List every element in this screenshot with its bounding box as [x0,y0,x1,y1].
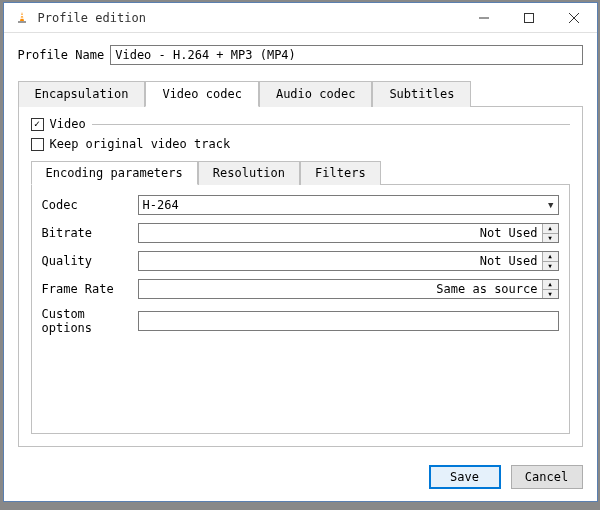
bitrate-row: Bitrate Not Used ▲ ▼ [42,223,559,243]
framerate-value: Same as source [139,282,542,296]
video-checkbox-row: ✓ Video [31,117,86,131]
encoding-parameters-panel: Codec H-264 ▼ Bitrate Not Used [31,185,570,434]
video-codec-panel: ✓ Video Keep original video track Encodi… [18,107,583,447]
framerate-spinner: ▲ ▼ [542,280,558,298]
tab-resolution[interactable]: Resolution [198,161,300,185]
keep-original-row: Keep original video track [31,137,570,151]
bitrate-up-button[interactable]: ▲ [543,224,558,234]
profile-name-row: Profile Name [18,45,583,65]
tab-encoding-parameters[interactable]: Encoding parameters [31,161,198,185]
framerate-row: Frame Rate Same as source ▲ ▼ [42,279,559,299]
codec-value: H-264 [143,198,549,212]
close-button[interactable] [552,3,597,32]
app-cone-icon [14,10,30,26]
tab-encapsulation[interactable]: Encapsulation [18,81,146,107]
keep-original-checkbox[interactable] [31,138,44,151]
svg-marker-0 [20,12,24,21]
maximize-button[interactable] [507,3,552,32]
video-checkbox-label: Video [50,117,86,131]
custom-options-input[interactable] [138,311,559,331]
save-button[interactable]: Save [429,465,501,489]
dialog-window: Profile edition Profile Name Encapsulati… [3,2,598,502]
window-controls [462,3,597,32]
bitrate-spinner: ▲ ▼ [542,224,558,242]
tab-audio-codec[interactable]: Audio codec [259,81,372,107]
dialog-footer: Save Cancel [4,455,597,501]
bitrate-spinbox[interactable]: Not Used ▲ ▼ [138,223,559,243]
svg-rect-3 [18,21,26,23]
window-title: Profile edition [38,11,462,25]
quality-spinner: ▲ ▼ [542,252,558,270]
tab-filters[interactable]: Filters [300,161,381,185]
quality-spinbox[interactable]: Not Used ▲ ▼ [138,251,559,271]
profile-name-label: Profile Name [18,48,105,62]
bitrate-value: Not Used [139,226,542,240]
fieldset-divider [92,124,570,125]
codec-select[interactable]: H-264 ▼ [138,195,559,215]
codec-row: Codec H-264 ▼ [42,195,559,215]
custom-options-row: Custom options [42,307,559,335]
svg-rect-5 [525,13,534,22]
quality-row: Quality Not Used ▲ ▼ [42,251,559,271]
video-checkbox[interactable]: ✓ [31,118,44,131]
content-area: Profile Name Encapsulation Video codec A… [4,33,597,455]
keep-original-label: Keep original video track [50,137,231,151]
profile-name-input[interactable] [110,45,582,65]
framerate-down-button[interactable]: ▼ [543,290,558,299]
framerate-up-button[interactable]: ▲ [543,280,558,290]
outer-tabs: Encapsulation Video codec Audio codec Su… [18,81,583,107]
titlebar: Profile edition [4,3,597,33]
svg-rect-1 [20,15,23,16]
codec-label: Codec [42,198,138,212]
cancel-button[interactable]: Cancel [511,465,583,489]
custom-options-label: Custom options [42,307,138,335]
inner-tabs: Encoding parameters Resolution Filters [31,161,570,185]
minimize-button[interactable] [462,3,507,32]
bitrate-down-button[interactable]: ▼ [543,234,558,243]
framerate-spinbox[interactable]: Same as source ▲ ▼ [138,279,559,299]
quality-value: Not Used [139,254,542,268]
tab-subtitles[interactable]: Subtitles [372,81,471,107]
chevron-down-icon: ▼ [548,200,553,210]
quality-up-button[interactable]: ▲ [543,252,558,262]
video-fieldset-header: ✓ Video [31,117,570,131]
tab-video-codec[interactable]: Video codec [145,81,258,107]
quality-label: Quality [42,254,138,268]
bitrate-label: Bitrate [42,226,138,240]
svg-rect-2 [19,17,23,18]
framerate-label: Frame Rate [42,282,138,296]
quality-down-button[interactable]: ▼ [543,262,558,271]
